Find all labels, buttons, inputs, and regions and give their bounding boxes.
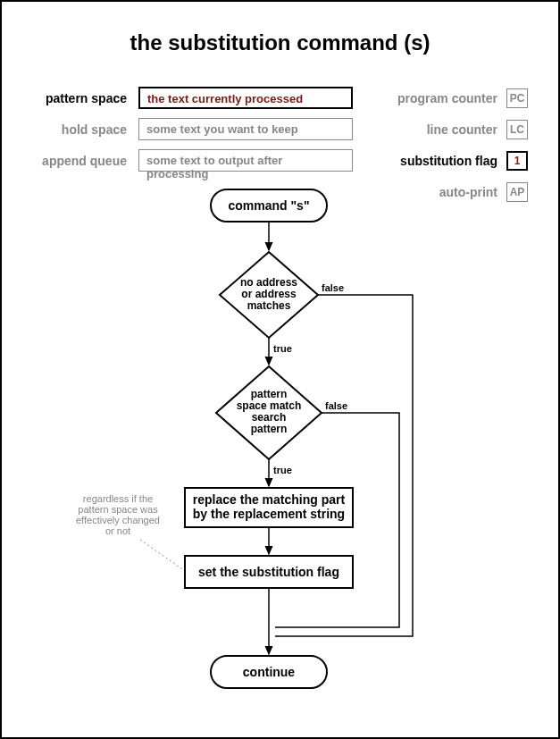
- box1-l2: by the replacement string: [193, 507, 345, 521]
- note-l3: effectively changed: [76, 515, 160, 525]
- note-l2: pattern space was: [78, 504, 158, 515]
- d2-l2: space match: [237, 399, 302, 412]
- note-l4: or not: [105, 525, 130, 536]
- diagram-frame: the substitution command (s) pattern spa…: [0, 0, 560, 739]
- d1-l1: no address: [240, 276, 297, 289]
- d2-l4: pattern: [251, 423, 288, 435]
- note-leader: [140, 540, 184, 570]
- d1-l3: matches: [247, 299, 291, 312]
- node-start-text: command "s": [228, 198, 309, 213]
- flowchart: command "s" no address or address matche…: [2, 2, 560, 739]
- node-end-text: continue: [243, 665, 296, 679]
- d2-l3: search: [252, 411, 287, 424]
- d1-false-label: false: [322, 282, 344, 293]
- box1-l1: replace the matching part: [193, 492, 346, 507]
- d1-true-label: true: [273, 343, 292, 354]
- box2-text: set the substitution flag: [198, 565, 339, 579]
- d2-l1: pattern: [251, 388, 288, 400]
- d1-l2: or address: [241, 288, 297, 300]
- d2-true-label: true: [273, 465, 292, 475]
- note-l1: regardless if the: [83, 493, 153, 504]
- d2-false-label: false: [325, 400, 347, 411]
